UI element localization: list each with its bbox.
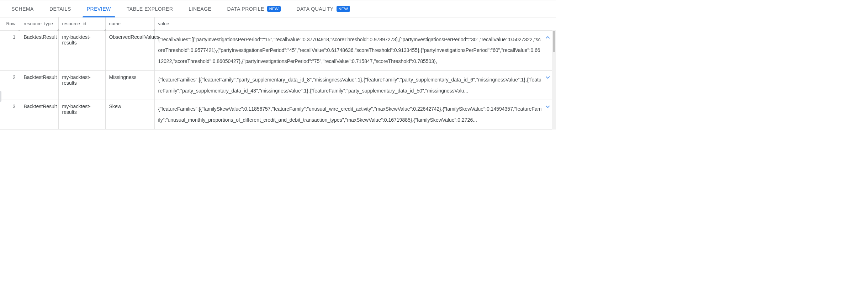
tab-lineage[interactable]: LINEAGE <box>181 0 219 17</box>
tab-data-quality[interactable]: DATA QUALITYNEW <box>289 0 358 17</box>
chevron-up-icon[interactable] <box>545 34 551 41</box>
cell-name: ObservedRecallValues <box>105 30 154 70</box>
cell-name: Missingness <box>105 70 154 100</box>
table-row: 1BacktestResultmy-backtest-resultsObserv… <box>0 30 556 70</box>
table-row: 3BacktestResultmy-backtest-resultsSkew{"… <box>0 100 556 130</box>
tab-label: SCHEMA <box>11 6 34 12</box>
tabs-bar: SCHEMADETAILSPREVIEWTABLE EXPLORERLINEAG… <box>0 0 556 17</box>
cell-value-text: {"featureFamilies":[{"featureFamily":"pa… <box>158 74 542 96</box>
tab-label: TABLE EXPLORER <box>127 6 173 12</box>
new-badge: NEW <box>337 6 350 12</box>
bigquery-preview-panel: SCHEMADETAILSPREVIEWTABLE EXPLORERLINEAG… <box>0 0 556 130</box>
cell-value-text: {"recallValues":[{"partyInvestigationsPe… <box>158 34 542 67</box>
tab-label: LINEAGE <box>189 6 211 12</box>
tab-data-profile[interactable]: DATA PROFILENEW <box>219 0 289 17</box>
cell-row-number: 2 <box>0 70 20 100</box>
cell-resource-type: BacktestResult <box>20 70 58 100</box>
table-row: 2BacktestResultmy-backtest-resultsMissin… <box>0 70 556 100</box>
cell-name: Skew <box>105 100 154 130</box>
tab-details[interactable]: DETAILS <box>42 0 79 17</box>
chevron-down-icon[interactable] <box>545 104 551 110</box>
cell-resource-type: BacktestResult <box>20 30 58 70</box>
chevron-down-icon[interactable] <box>545 74 551 81</box>
col-header-name-label: name <box>109 21 121 26</box>
col-header-resource-type-label: resource_type <box>24 21 53 26</box>
tab-label: PREVIEW <box>87 6 111 12</box>
cell-value: {"recallValues":[{"partyInvestigationsPe… <box>154 30 556 70</box>
tab-preview[interactable]: PREVIEW <box>79 0 119 17</box>
table-header-row: Row resource_type resource_id name <box>0 17 556 30</box>
tab-label: DETAILS <box>49 6 71 12</box>
vertical-scrollbar[interactable] <box>552 30 556 130</box>
tab-table-explorer[interactable]: TABLE EXPLORER <box>119 0 181 17</box>
col-header-resource-id-label: resource_id <box>62 21 86 26</box>
preview-table: Row resource_type resource_id name <box>0 17 556 130</box>
cell-value: {"featureFamilies":[{"featureFamily":"pa… <box>154 70 556 100</box>
cell-row-number: 1 <box>0 30 20 70</box>
col-header-value[interactable]: value <box>154 17 556 30</box>
cell-value-text: {"featureFamilies":[{"familySkewValue":0… <box>158 104 542 126</box>
cell-value: {"featureFamilies":[{"familySkewValue":0… <box>154 100 556 130</box>
tab-schema[interactable]: SCHEMA <box>4 0 42 17</box>
table-wrap: Row resource_type resource_id name <box>0 17 556 130</box>
scrollbar-thumb[interactable] <box>553 31 555 52</box>
tab-label: DATA PROFILE <box>227 6 264 12</box>
new-badge: NEW <box>267 6 281 12</box>
cell-resource-id: my-backtest-results <box>58 30 105 70</box>
col-header-resource-id[interactable]: resource_id <box>58 17 105 30</box>
cell-resource-id: my-backtest-results <box>58 100 105 130</box>
col-header-row[interactable]: Row <box>0 17 20 30</box>
cell-row-number: 3 <box>0 100 20 130</box>
col-header-value-label: value <box>158 21 169 26</box>
col-header-row-label: Row <box>6 21 15 26</box>
col-header-name[interactable]: name <box>105 17 154 30</box>
cell-resource-type: BacktestResult <box>20 100 58 130</box>
col-header-resource-type[interactable]: resource_type <box>20 17 58 30</box>
cell-resource-id: my-backtest-results <box>58 70 105 100</box>
tab-label: DATA QUALITY <box>296 6 333 12</box>
